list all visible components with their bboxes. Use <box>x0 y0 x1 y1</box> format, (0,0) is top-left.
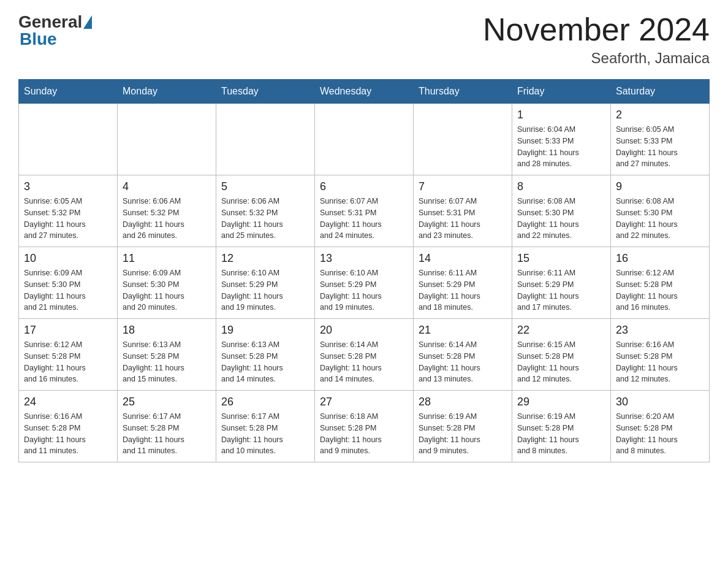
day-number: 2 <box>616 109 704 121</box>
weekday-header-thursday: Thursday <box>414 80 512 104</box>
day-info: Sunrise: 6:13 AM Sunset: 5:28 PM Dayligh… <box>123 339 211 385</box>
calendar-cell: 5Sunrise: 6:06 AM Sunset: 5:32 PM Daylig… <box>216 175 315 247</box>
weekday-header-tuesday: Tuesday <box>216 80 315 104</box>
day-info: Sunrise: 6:10 AM Sunset: 5:29 PM Dayligh… <box>221 267 309 313</box>
calendar-cell: 24Sunrise: 6:16 AM Sunset: 5:28 PM Dayli… <box>19 391 118 462</box>
weekday-header-wednesday: Wednesday <box>315 80 414 104</box>
calendar-cell: 21Sunrise: 6:14 AM Sunset: 5:28 PM Dayli… <box>414 319 512 391</box>
logo-area: General Blue <box>18 12 92 49</box>
day-number: 18 <box>123 324 211 337</box>
day-number: 23 <box>616 324 704 337</box>
day-number: 21 <box>419 324 507 337</box>
day-number: 1 <box>517 109 605 121</box>
day-info: Sunrise: 6:05 AM Sunset: 5:33 PM Dayligh… <box>616 124 704 170</box>
calendar-cell: 18Sunrise: 6:13 AM Sunset: 5:28 PM Dayli… <box>118 319 216 391</box>
calendar-cell: 3Sunrise: 6:05 AM Sunset: 5:32 PM Daylig… <box>19 175 118 247</box>
calendar-cell: 15Sunrise: 6:11 AM Sunset: 5:29 PM Dayli… <box>512 247 611 319</box>
day-info: Sunrise: 6:11 AM Sunset: 5:29 PM Dayligh… <box>517 267 605 313</box>
calendar-cell: 9Sunrise: 6:08 AM Sunset: 5:30 PM Daylig… <box>611 175 710 247</box>
calendar-cell: 19Sunrise: 6:13 AM Sunset: 5:28 PM Dayli… <box>216 319 315 391</box>
day-number: 14 <box>419 252 507 265</box>
day-info: Sunrise: 6:16 AM Sunset: 5:28 PM Dayligh… <box>24 411 112 457</box>
day-info: Sunrise: 6:19 AM Sunset: 5:28 PM Dayligh… <box>517 411 605 457</box>
weekday-header-row: SundayMondayTuesdayWednesdayThursdayFrid… <box>19 80 710 104</box>
calendar-cell: 6Sunrise: 6:07 AM Sunset: 5:31 PM Daylig… <box>315 175 414 247</box>
page-header: General Blue November 2024 Seaforth, Jam… <box>18 12 710 67</box>
weekday-header-friday: Friday <box>512 80 611 104</box>
day-number: 29 <box>517 396 605 408</box>
day-info: Sunrise: 6:12 AM Sunset: 5:28 PM Dayligh… <box>24 339 112 385</box>
calendar-week-row: 17Sunrise: 6:12 AM Sunset: 5:28 PM Dayli… <box>19 319 710 391</box>
day-info: Sunrise: 6:07 AM Sunset: 5:31 PM Dayligh… <box>419 196 507 242</box>
day-info: Sunrise: 6:15 AM Sunset: 5:28 PM Dayligh… <box>517 339 605 385</box>
day-info: Sunrise: 6:04 AM Sunset: 5:33 PM Dayligh… <box>517 124 605 170</box>
day-info: Sunrise: 6:09 AM Sunset: 5:30 PM Dayligh… <box>123 267 211 313</box>
day-number: 5 <box>221 180 309 193</box>
day-number: 7 <box>419 180 507 193</box>
day-info: Sunrise: 6:11 AM Sunset: 5:29 PM Dayligh… <box>419 267 507 313</box>
day-info: Sunrise: 6:17 AM Sunset: 5:28 PM Dayligh… <box>123 411 211 457</box>
day-number: 30 <box>616 396 704 408</box>
day-info: Sunrise: 6:07 AM Sunset: 5:31 PM Dayligh… <box>320 196 408 242</box>
calendar-cell: 12Sunrise: 6:10 AM Sunset: 5:29 PM Dayli… <box>216 247 315 319</box>
day-info: Sunrise: 6:20 AM Sunset: 5:28 PM Dayligh… <box>616 411 704 457</box>
weekday-header-saturday: Saturday <box>611 80 710 104</box>
logo-blue-text: Blue <box>20 29 57 49</box>
calendar-week-row: 3Sunrise: 6:05 AM Sunset: 5:32 PM Daylig… <box>19 175 710 247</box>
calendar-cell: 23Sunrise: 6:16 AM Sunset: 5:28 PM Dayli… <box>611 319 710 391</box>
location-title: Seaforth, Jamaica <box>483 50 710 67</box>
day-info: Sunrise: 6:12 AM Sunset: 5:28 PM Dayligh… <box>616 267 704 313</box>
calendar-cell: 26Sunrise: 6:17 AM Sunset: 5:28 PM Dayli… <box>216 391 315 462</box>
title-area: November 2024 Seaforth, Jamaica <box>483 12 710 67</box>
day-info: Sunrise: 6:06 AM Sunset: 5:32 PM Dayligh… <box>123 196 211 242</box>
day-info: Sunrise: 6:06 AM Sunset: 5:32 PM Dayligh… <box>221 196 309 242</box>
day-number: 26 <box>221 396 309 408</box>
month-title: November 2024 <box>483 12 710 47</box>
day-info: Sunrise: 6:16 AM Sunset: 5:28 PM Dayligh… <box>616 339 704 385</box>
calendar-cell: 16Sunrise: 6:12 AM Sunset: 5:28 PM Dayli… <box>611 247 710 319</box>
weekday-header-sunday: Sunday <box>19 80 118 104</box>
calendar-cell: 4Sunrise: 6:06 AM Sunset: 5:32 PM Daylig… <box>118 175 216 247</box>
day-number: 12 <box>221 252 309 265</box>
logo-triangle-icon <box>83 15 92 29</box>
day-number: 11 <box>123 252 211 265</box>
calendar-cell <box>19 104 118 175</box>
calendar-cell: 17Sunrise: 6:12 AM Sunset: 5:28 PM Dayli… <box>19 319 118 391</box>
calendar-cell: 8Sunrise: 6:08 AM Sunset: 5:30 PM Daylig… <box>512 175 611 247</box>
day-info: Sunrise: 6:09 AM Sunset: 5:30 PM Dayligh… <box>24 267 112 313</box>
day-info: Sunrise: 6:17 AM Sunset: 5:28 PM Dayligh… <box>221 411 309 457</box>
calendar-week-row: 10Sunrise: 6:09 AM Sunset: 5:30 PM Dayli… <box>19 247 710 319</box>
calendar-cell: 7Sunrise: 6:07 AM Sunset: 5:31 PM Daylig… <box>414 175 512 247</box>
day-number: 10 <box>24 252 112 265</box>
day-info: Sunrise: 6:19 AM Sunset: 5:28 PM Dayligh… <box>419 411 507 457</box>
day-number: 24 <box>24 396 112 408</box>
calendar-cell: 22Sunrise: 6:15 AM Sunset: 5:28 PM Dayli… <box>512 319 611 391</box>
day-number: 17 <box>24 324 112 337</box>
calendar-cell: 29Sunrise: 6:19 AM Sunset: 5:28 PM Dayli… <box>512 391 611 462</box>
calendar-cell: 20Sunrise: 6:14 AM Sunset: 5:28 PM Dayli… <box>315 319 414 391</box>
day-info: Sunrise: 6:08 AM Sunset: 5:30 PM Dayligh… <box>517 196 605 242</box>
day-number: 20 <box>320 324 408 337</box>
day-number: 16 <box>616 252 704 265</box>
calendar-table: SundayMondayTuesdayWednesdayThursdayFrid… <box>18 79 710 462</box>
day-number: 28 <box>419 396 507 408</box>
calendar-cell: 10Sunrise: 6:09 AM Sunset: 5:30 PM Dayli… <box>19 247 118 319</box>
day-number: 9 <box>616 180 704 193</box>
day-number: 27 <box>320 396 408 408</box>
day-info: Sunrise: 6:05 AM Sunset: 5:32 PM Dayligh… <box>24 196 112 242</box>
day-number: 6 <box>320 180 408 193</box>
day-number: 19 <box>221 324 309 337</box>
day-info: Sunrise: 6:08 AM Sunset: 5:30 PM Dayligh… <box>616 196 704 242</box>
calendar-week-row: 24Sunrise: 6:16 AM Sunset: 5:28 PM Dayli… <box>19 391 710 462</box>
calendar-cell: 1Sunrise: 6:04 AM Sunset: 5:33 PM Daylig… <box>512 104 611 175</box>
weekday-header-monday: Monday <box>118 80 216 104</box>
day-info: Sunrise: 6:14 AM Sunset: 5:28 PM Dayligh… <box>419 339 507 385</box>
calendar-cell: 28Sunrise: 6:19 AM Sunset: 5:28 PM Dayli… <box>414 391 512 462</box>
day-number: 22 <box>517 324 605 337</box>
calendar-cell: 2Sunrise: 6:05 AM Sunset: 5:33 PM Daylig… <box>611 104 710 175</box>
day-info: Sunrise: 6:13 AM Sunset: 5:28 PM Dayligh… <box>221 339 309 385</box>
day-number: 3 <box>24 180 112 193</box>
calendar-week-row: 1Sunrise: 6:04 AM Sunset: 5:33 PM Daylig… <box>19 104 710 175</box>
day-info: Sunrise: 6:18 AM Sunset: 5:28 PM Dayligh… <box>320 411 408 457</box>
calendar-cell: 25Sunrise: 6:17 AM Sunset: 5:28 PM Dayli… <box>118 391 216 462</box>
